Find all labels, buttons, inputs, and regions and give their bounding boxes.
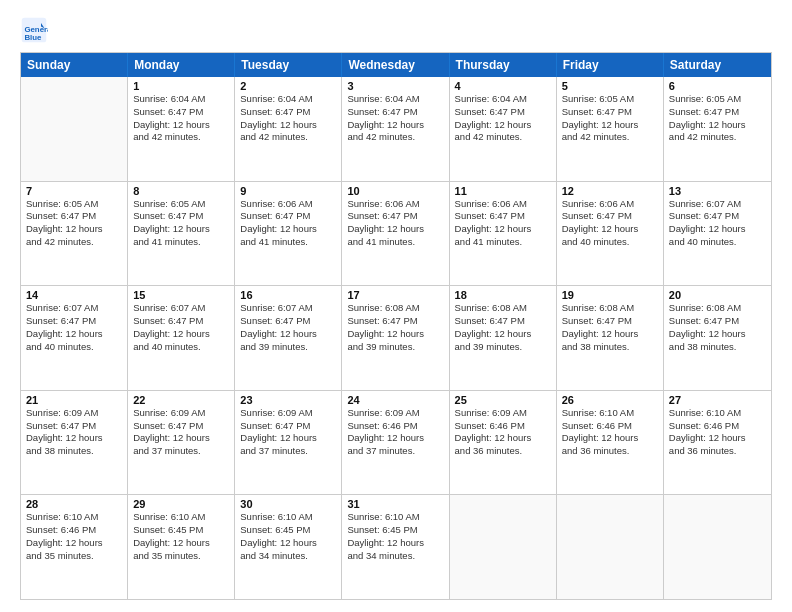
day-number: 9 — [240, 185, 336, 197]
calendar-row-4: 21Sunrise: 6:09 AMSunset: 6:47 PMDayligh… — [21, 390, 771, 495]
cell-info-line: and 36 minutes. — [562, 445, 658, 458]
cell-info-line: Sunrise: 6:09 AM — [455, 407, 551, 420]
day-number: 2 — [240, 80, 336, 92]
day-number: 7 — [26, 185, 122, 197]
cell-info-line: Daylight: 12 hours — [347, 328, 443, 341]
calendar-cell: 10Sunrise: 6:06 AMSunset: 6:47 PMDayligh… — [342, 182, 449, 286]
cell-info-line: Sunrise: 6:06 AM — [240, 198, 336, 211]
calendar-cell — [450, 495, 557, 599]
cell-info-line: Sunset: 6:47 PM — [26, 315, 122, 328]
calendar-cell: 21Sunrise: 6:09 AMSunset: 6:47 PMDayligh… — [21, 391, 128, 495]
cell-info-line: and 39 minutes. — [455, 341, 551, 354]
cell-info-line: Daylight: 12 hours — [562, 328, 658, 341]
cell-info-line: Sunrise: 6:10 AM — [347, 511, 443, 524]
calendar-cell: 13Sunrise: 6:07 AMSunset: 6:47 PMDayligh… — [664, 182, 771, 286]
calendar-cell — [21, 77, 128, 181]
day-number: 17 — [347, 289, 443, 301]
cell-info-line: and 40 minutes. — [562, 236, 658, 249]
cell-info-line: Sunrise: 6:05 AM — [562, 93, 658, 106]
svg-text:Blue: Blue — [24, 33, 42, 42]
cell-info-line: and 39 minutes. — [240, 341, 336, 354]
cell-info-line: Daylight: 12 hours — [455, 223, 551, 236]
day-number: 15 — [133, 289, 229, 301]
cell-info-line: Sunrise: 6:10 AM — [562, 407, 658, 420]
cell-info-line: Daylight: 12 hours — [669, 223, 766, 236]
day-number: 24 — [347, 394, 443, 406]
logo-icon: General Blue — [20, 16, 48, 44]
cell-info-line: and 37 minutes. — [133, 445, 229, 458]
cell-info-line: and 36 minutes. — [669, 445, 766, 458]
cell-info-line: Daylight: 12 hours — [455, 119, 551, 132]
cell-info-line: and 40 minutes. — [26, 341, 122, 354]
cell-info-line: and 41 minutes. — [455, 236, 551, 249]
cell-info-line: Daylight: 12 hours — [669, 119, 766, 132]
calendar-cell: 28Sunrise: 6:10 AMSunset: 6:46 PMDayligh… — [21, 495, 128, 599]
calendar-body: 1Sunrise: 6:04 AMSunset: 6:47 PMDaylight… — [21, 77, 771, 599]
cell-info-line: and 39 minutes. — [347, 341, 443, 354]
cell-info-line: Sunrise: 6:10 AM — [669, 407, 766, 420]
calendar-cell — [664, 495, 771, 599]
cell-info-line: Daylight: 12 hours — [26, 223, 122, 236]
cell-info-line: Sunrise: 6:10 AM — [26, 511, 122, 524]
cell-info-line: Sunrise: 6:07 AM — [669, 198, 766, 211]
cell-info-line: Daylight: 12 hours — [240, 432, 336, 445]
cell-info-line: Sunset: 6:47 PM — [669, 106, 766, 119]
cell-info-line: Sunset: 6:47 PM — [347, 315, 443, 328]
cell-info-line: Daylight: 12 hours — [669, 432, 766, 445]
cell-info-line: Daylight: 12 hours — [347, 223, 443, 236]
cell-info-line: Sunset: 6:45 PM — [240, 524, 336, 537]
cell-info-line: Sunset: 6:47 PM — [240, 210, 336, 223]
cell-info-line: Daylight: 12 hours — [562, 119, 658, 132]
cell-info-line: and 42 minutes. — [240, 131, 336, 144]
cell-info-line: and 42 minutes. — [669, 131, 766, 144]
cell-info-line: Sunset: 6:46 PM — [455, 420, 551, 433]
day-number: 18 — [455, 289, 551, 301]
calendar-cell: 14Sunrise: 6:07 AMSunset: 6:47 PMDayligh… — [21, 286, 128, 390]
cell-info-line: Sunset: 6:47 PM — [240, 420, 336, 433]
cell-info-line: Sunrise: 6:04 AM — [347, 93, 443, 106]
cell-info-line: Sunrise: 6:06 AM — [455, 198, 551, 211]
day-number: 31 — [347, 498, 443, 510]
cell-info-line: Sunrise: 6:05 AM — [669, 93, 766, 106]
cell-info-line: Sunset: 6:46 PM — [26, 524, 122, 537]
cell-info-line: and 42 minutes. — [455, 131, 551, 144]
cell-info-line: Sunrise: 6:09 AM — [240, 407, 336, 420]
calendar: SundayMondayTuesdayWednesdayThursdayFrid… — [20, 52, 772, 600]
cell-info-line: and 42 minutes. — [347, 131, 443, 144]
weekday-header-wednesday: Wednesday — [342, 53, 449, 77]
cell-info-line: Sunrise: 6:09 AM — [347, 407, 443, 420]
calendar-cell: 30Sunrise: 6:10 AMSunset: 6:45 PMDayligh… — [235, 495, 342, 599]
day-number: 1 — [133, 80, 229, 92]
cell-info-line: Daylight: 12 hours — [347, 119, 443, 132]
cell-info-line: and 41 minutes. — [133, 236, 229, 249]
day-number: 22 — [133, 394, 229, 406]
cell-info-line: Daylight: 12 hours — [240, 119, 336, 132]
calendar-cell: 3Sunrise: 6:04 AMSunset: 6:47 PMDaylight… — [342, 77, 449, 181]
cell-info-line: Daylight: 12 hours — [26, 537, 122, 550]
cell-info-line: Sunset: 6:47 PM — [455, 210, 551, 223]
calendar-cell: 22Sunrise: 6:09 AMSunset: 6:47 PMDayligh… — [128, 391, 235, 495]
cell-info-line: Sunset: 6:47 PM — [455, 315, 551, 328]
cell-info-line: Sunrise: 6:08 AM — [669, 302, 766, 315]
cell-info-line: Sunrise: 6:08 AM — [347, 302, 443, 315]
day-number: 16 — [240, 289, 336, 301]
cell-info-line: Sunset: 6:46 PM — [669, 420, 766, 433]
day-number: 19 — [562, 289, 658, 301]
calendar-cell: 23Sunrise: 6:09 AMSunset: 6:47 PMDayligh… — [235, 391, 342, 495]
cell-info-line: and 40 minutes. — [133, 341, 229, 354]
cell-info-line: Daylight: 12 hours — [133, 328, 229, 341]
cell-info-line: Sunset: 6:47 PM — [26, 420, 122, 433]
calendar-cell: 7Sunrise: 6:05 AMSunset: 6:47 PMDaylight… — [21, 182, 128, 286]
cell-info-line: and 35 minutes. — [26, 550, 122, 563]
cell-info-line: Sunset: 6:47 PM — [133, 420, 229, 433]
cell-info-line: Sunset: 6:47 PM — [669, 315, 766, 328]
cell-info-line: Sunset: 6:47 PM — [26, 210, 122, 223]
cell-info-line: and 42 minutes. — [562, 131, 658, 144]
cell-info-line: and 42 minutes. — [26, 236, 122, 249]
calendar-cell: 16Sunrise: 6:07 AMSunset: 6:47 PMDayligh… — [235, 286, 342, 390]
cell-info-line: Daylight: 12 hours — [133, 432, 229, 445]
cell-info-line: Daylight: 12 hours — [133, 537, 229, 550]
cell-info-line: Sunset: 6:47 PM — [669, 210, 766, 223]
cell-info-line: Sunset: 6:47 PM — [347, 210, 443, 223]
weekday-header-tuesday: Tuesday — [235, 53, 342, 77]
